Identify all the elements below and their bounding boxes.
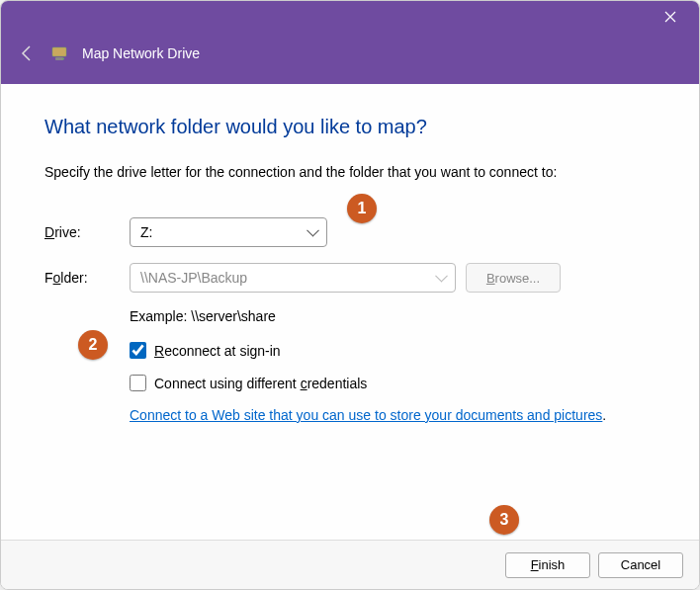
- back-arrow-icon[interactable]: [15, 44, 39, 62]
- browse-button[interactable]: Browse...: [466, 263, 561, 293]
- page-heading: What network folder would you like to ma…: [44, 116, 656, 138]
- reconnect-checkbox[interactable]: [130, 342, 146, 359]
- page-subtitle: Specify the drive letter for the connect…: [44, 164, 656, 180]
- content-area: What network folder would you like to ma…: [1, 84, 699, 540]
- svg-point-2: [62, 58, 64, 60]
- diffcred-row: Connect using different credentials: [130, 375, 656, 391]
- diffcred-label[interactable]: Connect using different credentials: [154, 376, 367, 391]
- folder-input[interactable]: [130, 263, 456, 293]
- header-bar: Map Network Drive: [1, 33, 699, 84]
- cancel-button[interactable]: Cancel: [598, 552, 683, 578]
- diffcred-checkbox[interactable]: [130, 375, 146, 391]
- svg-rect-0: [52, 47, 66, 56]
- example-text: Example: \\server\share: [130, 308, 656, 324]
- folder-label: Folder:: [44, 270, 130, 286]
- titlebar: [1, 1, 699, 33]
- annotation-badge-3: 3: [489, 505, 519, 535]
- link-tail: .: [602, 407, 606, 423]
- drive-label: Drive:: [44, 224, 130, 240]
- drive-row: Drive:: [44, 217, 656, 247]
- svg-rect-1: [55, 57, 63, 60]
- close-icon[interactable]: [659, 6, 681, 28]
- finish-button[interactable]: Finish: [505, 552, 590, 578]
- reconnect-label[interactable]: Reconnect at sign-in: [154, 343, 281, 359]
- folder-row: Folder: Browse...: [44, 263, 656, 293]
- website-link[interactable]: Connect to a Web site that you can use t…: [130, 407, 602, 423]
- map-network-drive-window: Map Network Drive What network folder wo…: [0, 0, 700, 590]
- drive-select[interactable]: [130, 217, 327, 247]
- window-title: Map Network Drive: [82, 45, 200, 61]
- network-drive-icon: [50, 43, 70, 63]
- annotation-badge-1: 1: [347, 194, 377, 223]
- annotation-badge-2: 2: [78, 330, 108, 360]
- website-link-row: Connect to a Web site that you can use t…: [130, 407, 656, 423]
- footer: Finish Cancel: [1, 540, 699, 589]
- reconnect-row: Reconnect at sign-in: [130, 342, 656, 359]
